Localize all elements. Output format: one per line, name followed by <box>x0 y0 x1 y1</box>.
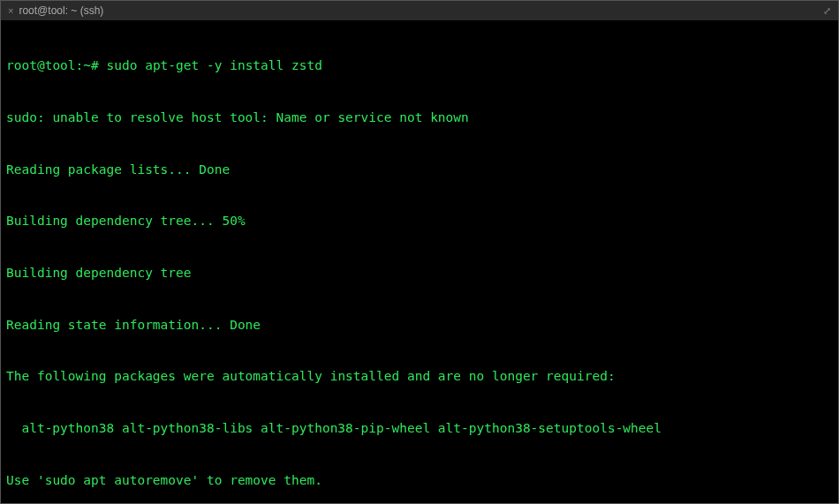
output-line: Building dependency tree... 50% <box>6 213 833 230</box>
window-title: root@tool: ~ (ssh) <box>19 4 103 18</box>
command-text: sudo apt-get -y install zstd <box>107 58 322 72</box>
output-line: Reading package lists... Done <box>6 162 833 179</box>
expand-icon[interactable]: ⤢ <box>823 4 831 18</box>
output-line: Use 'sudo apt autoremove' to remove them… <box>6 472 833 490</box>
output-line: The following packages were automaticall… <box>6 368 833 386</box>
terminal-output[interactable]: root@tool:~# sudo apt-get -y install zst… <box>1 20 838 504</box>
output-line: Reading state information... Done <box>6 317 833 335</box>
output-line: alt-python38 alt-python38-libs alt-pytho… <box>6 420 833 438</box>
output-line: sudo: unable to resolve host tool: Name … <box>6 109 833 127</box>
titlebar-left: × root@tool: ~ (ssh) <box>8 4 103 18</box>
close-icon[interactable]: × <box>8 4 13 18</box>
output-line: Building dependency tree <box>6 265 833 282</box>
prompt-line: root@tool:~# sudo apt-get -y install zst… <box>6 57 833 75</box>
shell-prompt: root@tool:~# <box>6 58 99 72</box>
window-titlebar: × root@tool: ~ (ssh) ⤢ <box>1 1 838 20</box>
